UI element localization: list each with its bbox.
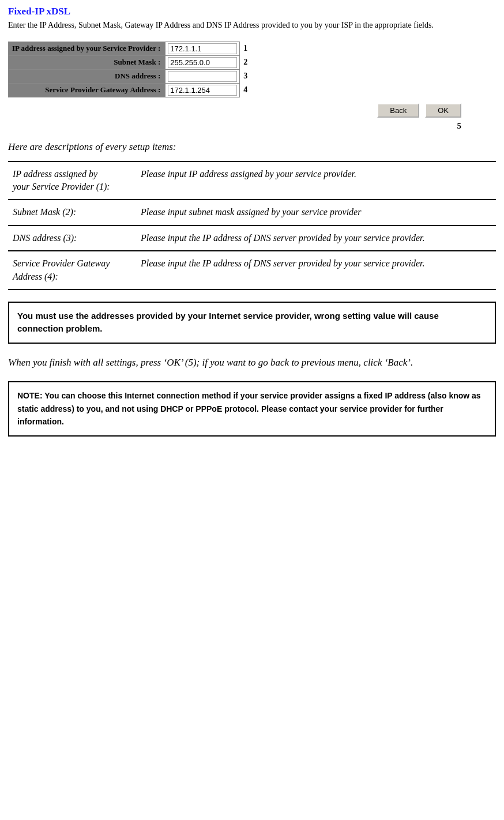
ip-form-table: IP address assigned by your Service Prov… (8, 42, 251, 97)
descriptions-table: IP address assigned by your Service Prov… (8, 161, 496, 290)
form-field-input-cell (166, 42, 240, 55)
desc-definition: Please input the IP address of DNS serve… (123, 251, 496, 289)
intro-text: Enter the IP Address, Subnet Mask, Gatew… (8, 20, 496, 31)
number-5-label: 5 (8, 121, 496, 131)
note-box: NOTE: You can choose this Internet conne… (8, 381, 496, 436)
form-field-input-cell (166, 83, 240, 97)
form-field-number: 4 (240, 83, 251, 97)
form-field-input[interactable] (168, 85, 237, 96)
desc-definition: Please input IP address assigned by your… (123, 161, 496, 200)
form-field-input[interactable] (168, 57, 237, 68)
desc-term: IP address assigned by your Service Prov… (8, 161, 123, 200)
form-section: IP address assigned by your Service Prov… (8, 42, 496, 97)
desc-definition: Please input subnet mask assigned by you… (123, 200, 496, 225)
desc-term: DNS address (3): (8, 225, 123, 251)
form-field-input-cell (166, 69, 240, 83)
form-field-input[interactable] (168, 43, 237, 54)
desc-term: Subnet Mask (2): (8, 200, 123, 225)
form-field-input-cell (166, 55, 240, 69)
form-field-input[interactable] (168, 71, 237, 82)
page-title: Fixed-IP xDSL (8, 6, 496, 17)
ok-button[interactable]: OK (425, 103, 461, 118)
warning-box: You must use the addresses provided by y… (8, 302, 496, 344)
form-field-label: IP address assigned by your Service Prov… (9, 42, 166, 55)
buttons-row: Back OK (8, 103, 496, 118)
form-field-label: Subnet Mask : (9, 55, 166, 69)
back-button[interactable]: Back (377, 103, 419, 118)
desc-definition: Please input the IP address of DNS serve… (123, 225, 496, 251)
finish-text: When you finish with all settings, press… (8, 355, 496, 370)
form-field-number: 3 (240, 69, 251, 83)
form-field-number: 1 (240, 42, 251, 55)
form-field-label: DNS address : (9, 69, 166, 83)
form-field-number: 2 (240, 55, 251, 69)
desc-term: Service Provider Gateway Address (4): (8, 251, 123, 289)
form-field-label: Service Provider Gateway Address : (9, 83, 166, 97)
section-intro: Here are descriptions of every setup ite… (8, 141, 496, 153)
